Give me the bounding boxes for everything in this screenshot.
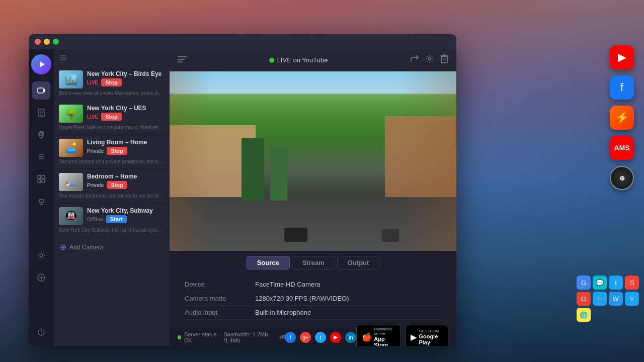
maximize-button[interactable] <box>53 39 59 45</box>
sidebar-icon-add[interactable] <box>32 268 50 287</box>
device-value: FaceTime HD Camera <box>255 281 320 288</box>
sidebar <box>29 49 54 346</box>
social-linkedin[interactable]: in <box>345 332 356 343</box>
social-youtube[interactable]: ▶ <box>330 332 341 343</box>
bandwidth-icon <box>279 334 285 341</box>
camera-info-4: Bedroom – Home Private Stop <box>87 173 165 189</box>
ams-dock-icon[interactable]: AMS <box>610 136 634 160</box>
mini-chat-icon[interactable]: 💬 <box>593 276 607 290</box>
status-badge-4: Private <box>87 183 104 188</box>
camera-item-subway[interactable]: 🚇 New York City, Subway Offline Start Ne… <box>54 203 170 237</box>
svg-rect-1 <box>38 88 43 93</box>
facebook-dock-icon[interactable]: f <box>610 75 634 100</box>
main-content: LIVE on YouTube <box>170 49 456 346</box>
svg-marker-0 <box>40 61 45 67</box>
camera-item-nyc-birds-eye[interactable]: 🏙️ New York City – Birds Eye LIVE Stop B… <box>54 66 170 101</box>
close-button[interactable] <box>35 39 41 45</box>
google-play-badge[interactable]: ▶ GET IT ON Google Play <box>405 325 448 346</box>
detail-row-audio-input: Audio input Built-in Microphone <box>185 306 441 320</box>
minimize-button[interactable] <box>44 39 50 45</box>
bottom-panel: Source Stream Output Device FaceTime HD … <box>170 251 456 328</box>
sidebar-icon-list[interactable] <box>32 148 50 166</box>
server-status: Server status: OK Bandwidth: 1.2Mb /1.4M… <box>178 331 285 343</box>
sidebar-icon-cameras[interactable] <box>32 81 50 100</box>
mini-dock: G 💬 t S G 🐦 W V 🌐 <box>577 276 639 322</box>
delete-icon[interactable] <box>440 54 448 66</box>
tab-output[interactable]: Output <box>337 256 380 269</box>
bandwidth-text: Bandwidth: 1.2Mb /1.4Mb <box>223 331 276 343</box>
settings-icon[interactable] <box>425 54 434 66</box>
camera-item-nyc-ues[interactable]: 🌳 New York City – UES LIVE Stop Upper Ea… <box>54 101 170 135</box>
camera-thumb-2: 🌳 <box>59 105 83 123</box>
svg-point-7 <box>40 132 43 135</box>
stop-button-1[interactable]: Stop <box>101 78 121 86</box>
app-body: 🏙️ New York City – Birds Eye LIVE Stop B… <box>29 49 456 346</box>
camera-name-3: Living Room – Home <box>87 139 165 146</box>
mini-tumblr-icon[interactable]: t <box>609 276 623 290</box>
mini-twitter-icon[interactable]: 🐦 <box>593 292 607 306</box>
mini-s-icon[interactable]: S <box>625 276 639 290</box>
s5-dock-icon[interactable]: ⊕ <box>610 166 634 190</box>
stop-button-4[interactable]: Stop <box>107 181 127 189</box>
right-dock: ▶ f ⚡ AMS ⊕ <box>610 45 634 190</box>
video-preview-image <box>170 71 456 251</box>
lightning-dock-icon[interactable]: ⚡ <box>610 106 634 130</box>
svg-point-18 <box>40 254 43 257</box>
audio-input-value: Built-in Microphone <box>255 309 311 316</box>
audio-input-label: Audio input <box>185 309 255 316</box>
mini-g2-icon[interactable]: G <box>577 292 591 306</box>
apple-icon: 🍎 <box>362 332 372 342</box>
camera-list-header <box>54 49 170 66</box>
status-badge-3: Private <box>87 148 104 154</box>
menu-icon[interactable] <box>178 55 187 65</box>
camera-thumb-1: 🏙️ <box>59 70 83 88</box>
svg-rect-34 <box>279 336 281 338</box>
sidebar-icon-broadcast[interactable] <box>32 192 50 210</box>
camera-desc-1: Bird's-eye view of Lower Manhattan, zoom… <box>59 90 165 96</box>
video-preview <box>170 71 456 251</box>
status-badge-5: Offline <box>87 217 103 222</box>
mini-y-icon[interactable]: 🌐 <box>577 308 591 322</box>
camera-desc-5: New York City Subway, the rapid transit … <box>59 227 165 233</box>
street-overlay <box>170 71 456 251</box>
share-icon[interactable] <box>410 54 419 66</box>
app-window: 🏙️ New York City – Birds Eye LIVE Stop B… <box>29 34 456 346</box>
social-facebook[interactable]: f <box>285 332 296 343</box>
status-badge-2: LIVE <box>87 114 98 120</box>
mini-wordpress-icon[interactable]: W <box>609 292 623 306</box>
stop-button-3[interactable]: Stop <box>107 147 127 155</box>
camera-info-5: New York City, Subway Offline Start <box>87 207 165 223</box>
status-badge-1: LIVE <box>87 80 98 85</box>
play-icon: ▶ <box>411 332 417 342</box>
add-camera-label: Add Camera <box>69 244 103 251</box>
mini-vimeo-icon[interactable]: V <box>625 292 639 306</box>
camera-item-living-room[interactable]: 🛋️ Living Room – Home Private Stop Secur… <box>54 135 170 169</box>
device-label: Device <box>185 281 255 288</box>
mini-google-icon[interactable]: G <box>577 276 591 290</box>
camera-thumb-4: 🛏️ <box>59 173 83 191</box>
social-icons-row: f g+ t ▶ in <box>285 332 356 343</box>
sidebar-icon-book[interactable] <box>32 104 50 122</box>
sidebar-icon-settings[interactable] <box>32 246 50 264</box>
tab-stream[interactable]: Stream <box>292 256 335 269</box>
youtube-dock-icon[interactable]: ▶ <box>610 45 634 69</box>
top-bar: LIVE on YouTube <box>170 49 456 71</box>
camera-item-bedroom[interactable]: 🛏️ Bedroom – Home Private Stop The maste… <box>54 169 170 203</box>
server-status-text: Server status: OK <box>184 331 221 343</box>
camera-mode-label: Camera mode <box>185 295 255 302</box>
social-twitter[interactable]: t <box>315 332 326 343</box>
stop-button-2[interactable]: Stop <box>101 113 121 121</box>
tab-source[interactable]: Source <box>247 256 290 269</box>
svg-rect-12 <box>42 175 45 178</box>
add-camera-button[interactable]: ⊕ Add Camera <box>54 237 170 257</box>
social-googleplus[interactable]: g+ <box>300 332 311 343</box>
sidebar-icon-grid[interactable] <box>32 170 50 188</box>
camera-desc-3: Secured stream of a private residence, t… <box>59 159 165 164</box>
app-logo[interactable] <box>31 54 51 74</box>
camera-mode-value: 644x362 30 FPS (RAWVIDEO) <box>255 295 349 302</box>
status-bar: Server status: OK Bandwidth: 1.2Mb /1.4M… <box>170 328 456 346</box>
start-button-5[interactable]: Start <box>106 215 127 223</box>
sidebar-icon-power[interactable] <box>32 323 50 341</box>
sidebar-icon-location[interactable] <box>32 126 50 144</box>
app-store-badge[interactable]: 🍎 Download on the App Store <box>356 325 401 346</box>
